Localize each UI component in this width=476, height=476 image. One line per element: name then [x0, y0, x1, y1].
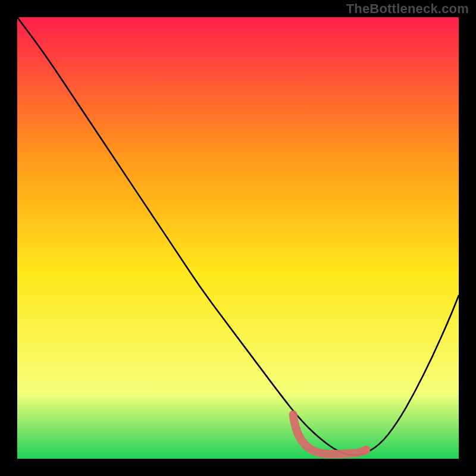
gradient-background	[17, 17, 459, 459]
chart-svg	[17, 17, 459, 459]
optimal-point-dot	[362, 446, 370, 454]
watermark-text: TheBottleneck.com	[346, 1, 469, 17]
chart-frame: TheBottleneck.com	[0, 0, 476, 476]
plot-area	[17, 17, 459, 459]
